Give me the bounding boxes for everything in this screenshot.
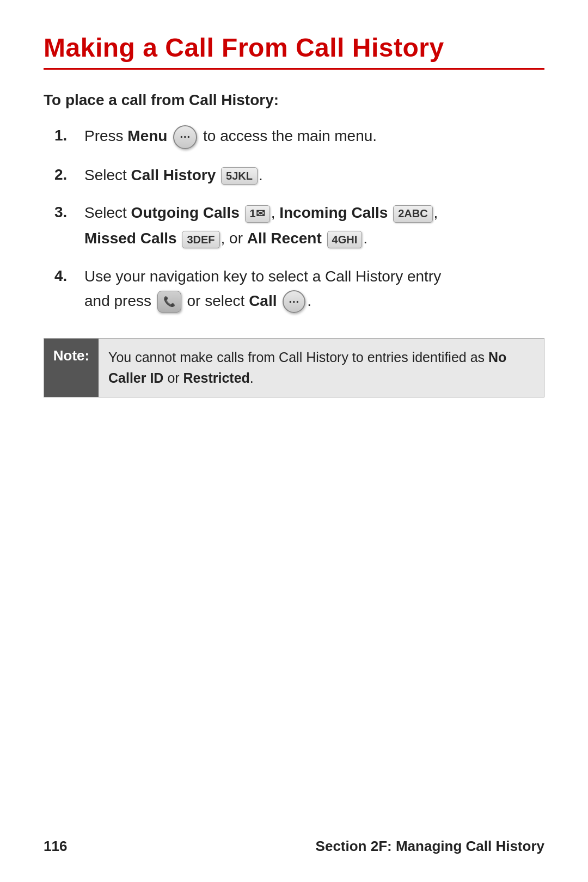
call-dots-icon: ··· [289,293,299,310]
key-1-icon: 1✉ [245,205,270,223]
incoming-calls-label: Incoming Calls [279,204,388,221]
key-4-icon: 4GHI [327,231,363,248]
step-1-content: Press Menu ··· to access the main menu. [84,124,544,149]
step-4: 4. Use your navigation key to select a C… [54,265,544,314]
steps-list: 1. Press Menu ··· to access the main men… [54,124,544,327]
restricted-label: Restricted [183,370,250,385]
step-4-content: Use your navigation key to select a Call… [84,265,544,314]
step-4-number: 4. [54,265,84,287]
step-3-number: 3. [54,201,84,224]
menu-icon: ··· [173,125,197,149]
dots-icon: ··· [180,128,191,145]
footer-section-label: Section 2F: Managing Call History [316,838,544,855]
talk-button-icon: 📞 [157,291,181,313]
outgoing-calls-label: Outgoing Calls [131,204,240,221]
step-3-line2: Missed Calls 3DEF , or All Recent 4GHI . [84,226,544,250]
title-divider [44,68,544,70]
step-2-number: 2. [54,163,84,186]
page-footer: 116 Section 2F: Managing Call History [44,838,544,855]
note-box: Note: You cannot make calls from Call Hi… [44,338,544,397]
step-3: 3. Select Outgoing Calls 1✉ , Incoming C… [54,201,544,250]
page-title: Making a Call From Call History [44,33,544,63]
section-intro: To place a call from Call History: [44,91,544,109]
step-2: 2. Select Call History 5JKL . [54,163,544,187]
call-menu-icon: ··· [283,290,305,313]
step-1-number: 1. [54,124,84,147]
note-text: You cannot make calls from Call History … [99,339,544,397]
step-3-content: Select Outgoing Calls 1✉ , Incoming Call… [84,201,544,250]
key-5-icon: 5JKL [221,167,258,185]
step-3-line1: Select Outgoing Calls 1✉ , Incoming Call… [84,201,544,224]
missed-calls-label: Missed Calls [84,230,177,247]
no-caller-id-label: No Caller ID [108,350,506,385]
step-2-callhistory-label: Call History [131,167,216,183]
all-recent-label: All Recent [247,230,322,247]
footer-page-number: 116 [44,838,67,855]
step-1: 1. Press Menu ··· to access the main men… [54,124,544,149]
note-label: Note: [44,339,99,397]
call-label: Call [249,292,277,309]
key-3-icon: 3DEF [182,231,219,248]
key-2-icon: 2ABC [393,205,432,223]
step-2-content: Select Call History 5JKL . [84,163,544,187]
step-1-menu-label: Menu [127,127,167,144]
